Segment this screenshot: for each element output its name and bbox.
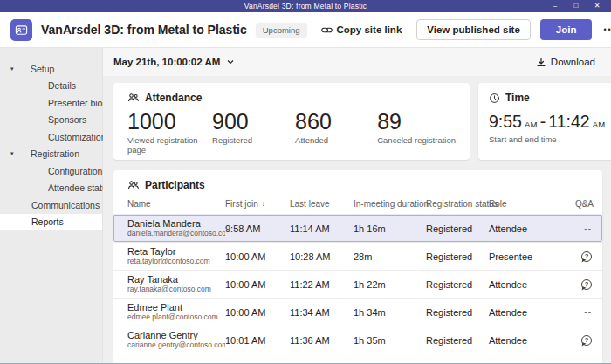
attendance-stat-viewed-registration-page: 1000Viewed registration page <box>127 111 212 155</box>
participant-name: Ray Tanaka <box>127 274 225 285</box>
attendance-stats: 1000Viewed registration page900Registere… <box>127 111 456 155</box>
join-button[interactable]: Join <box>540 19 593 40</box>
sidebar-item-customization[interactable]: Customization <box>0 128 102 146</box>
window-controls: – □ ✕ <box>545 0 608 12</box>
participant-name-cell: Reta Taylorreta.taylor@contoso.com <box>127 246 225 265</box>
stat-label: Registered <box>212 135 295 146</box>
column-header-role[interactable]: Role <box>489 199 554 209</box>
sidebar-group-registration[interactable]: ▾Registration <box>0 146 102 163</box>
participants-title: Participants <box>145 179 205 191</box>
duration-cell: 28m <box>354 251 426 262</box>
table-row-ray-tanaka[interactable]: Ray Tanakaray.tanaka@contoso.com10:00 AM… <box>113 270 602 298</box>
role-cell: Presentee <box>489 251 554 262</box>
participants-icon <box>127 179 140 191</box>
column-header-first-join[interactable]: First join↓ <box>225 199 290 209</box>
sidebar-item-communications[interactable]: Communications <box>0 196 102 214</box>
download-button[interactable]: Download <box>531 56 601 68</box>
qa-chat-bubble-icon[interactable]: ? <box>581 335 592 346</box>
duration-cell: 1h 22m <box>354 279 426 290</box>
download-icon <box>536 57 546 67</box>
sort-descending-icon: ↓ <box>262 199 266 208</box>
qa-cell: ? <box>554 335 594 346</box>
sidebar-group-label: Setup <box>31 64 54 74</box>
qa-cell: -- <box>554 307 594 317</box>
more-options-icon[interactable]: ••• <box>601 25 611 34</box>
column-header-label: Q&A <box>575 199 594 209</box>
column-header-label: Last leave <box>290 199 330 209</box>
participant-email: reta.taylor@contoso.com <box>127 258 225 265</box>
sidebar-item-configuration[interactable]: Configuration <box>0 162 102 180</box>
stat-label: Attended <box>295 135 377 146</box>
participant-email: ray.tanaka@contoso.com <box>127 285 225 293</box>
qa-empty-dash: -- <box>584 307 592 317</box>
participant-email: daniela.mandera@contoso.com <box>127 230 225 237</box>
first-join-cell: 9:58 AM <box>225 223 290 234</box>
registration-status-cell: Registered <box>426 223 489 234</box>
qa-chat-bubble-icon[interactable]: ? <box>581 279 592 290</box>
table-header-row: NameFirst join↓Last leaveIn-meeting dura… <box>113 193 602 214</box>
session-date-dropdown[interactable]: May 21th, 10:00:02 AM <box>113 57 235 67</box>
sidebar-item-presenter-bios[interactable]: Presenter bios <box>0 94 102 112</box>
last-leave-cell: 11:36 AM <box>290 335 354 346</box>
view-published-site-button[interactable]: View published site <box>416 19 531 40</box>
body: ▾SetupDetailsPresenter biosSponsorsCusto… <box>0 48 611 364</box>
column-header-label: In-meeting duration <box>354 199 429 209</box>
column-header-in-meeting-duration[interactable]: In-meeting duration <box>354 199 426 209</box>
attendance-stat-canceled-registration: 89Canceled registration <box>377 111 456 155</box>
sidebar-item-reports[interactable]: Reports <box>0 214 102 231</box>
stat-label: Viewed registration page <box>127 135 199 156</box>
last-leave-cell: 10:28 AM <box>290 251 354 262</box>
attendance-title: Attendance <box>145 92 202 104</box>
table-row-carianne-gentry[interactable]: Carianne Gentrycarianne.gentry@contoso.c… <box>113 326 602 354</box>
column-header-q-a[interactable]: Q&A <box>554 199 594 209</box>
table-row-daniela-mandera[interactable]: Daniela Manderadaniela.mandera@contoso.c… <box>113 214 602 242</box>
last-leave-cell: 11:34 AM <box>290 307 354 318</box>
table-row-hanno-simon[interactable]: Hanno Simon10:02 AM11:34 AM1h 32mRegiste… <box>113 354 602 364</box>
sidebar-item-details[interactable]: Details <box>0 78 102 95</box>
column-header-last-leave[interactable]: Last leave <box>290 199 354 209</box>
chevron-down-icon: ▾ <box>10 150 19 157</box>
column-header-label: Registration status <box>426 199 498 209</box>
attendance-card: Attendance 1000Viewed registration page9… <box>113 83 470 160</box>
report-toolbar: May 21th, 10:00:02 AM Download <box>103 48 611 76</box>
attendance-stat-attended: 860Attended <box>295 111 377 155</box>
participants-card-header: Participants <box>113 179 602 191</box>
participants-card: Participants NameFirst join↓Last leaveIn… <box>113 170 602 364</box>
close-icon[interactable]: ✕ <box>587 0 608 12</box>
chevron-down-icon: ▾ <box>10 65 19 72</box>
sidebar-group-setup[interactable]: ▾Setup <box>0 60 102 78</box>
chevron-down-icon <box>226 58 235 66</box>
time-subtitle: Start and end time <box>489 134 606 144</box>
last-leave-cell: 11:14 AM <box>290 223 354 234</box>
column-header-name[interactable]: Name <box>127 199 225 209</box>
column-header-label: Name <box>127 199 151 209</box>
minimize-icon[interactable]: – <box>545 0 566 12</box>
main-panel: May 21th, 10:00:02 AM Download <box>103 48 611 364</box>
column-header-registration-status[interactable]: Registration status <box>426 199 489 209</box>
stat-value: 860 <box>295 111 377 134</box>
sidebar-item-sponsors[interactable]: Sponsors <box>0 112 102 129</box>
time-separator: - <box>540 112 546 132</box>
stat-value: 900 <box>212 111 295 134</box>
start-meridiem: AM <box>525 120 538 129</box>
attendance-card-header: Attendance <box>127 92 456 104</box>
maximize-icon[interactable]: □ <box>566 0 587 12</box>
header-actions: Copy site link View published site Join … <box>316 19 611 40</box>
time-card: Time 9:55 AM - 11:42 AM Start and end ti… <box>478 83 611 160</box>
duration-cell: 1h 16m <box>354 223 426 234</box>
session-date-label: May 21th, 10:00:02 AM <box>113 57 220 67</box>
start-time: 9:55 <box>489 112 522 132</box>
clock-icon <box>489 93 500 104</box>
first-join-cell: 10:00 AM <box>225 279 290 290</box>
participant-name: Carianne Gentry <box>127 330 225 340</box>
participant-email: edmee.plant@contoso.com <box>127 313 225 321</box>
participant-name: Edmee Plant <box>127 302 225 312</box>
table-row-edmee-plant[interactable]: Edmee Plantedmee.plant@contoso.com10:00 … <box>113 298 602 326</box>
table-row-reta-taylor[interactable]: Reta Taylorreta.taylor@contoso.com10:00 … <box>113 242 602 270</box>
qa-chat-bubble-icon[interactable]: ? <box>581 251 592 262</box>
sidebar-item-attendee-status[interactable]: Attendee status <box>0 180 102 197</box>
copy-site-link-button[interactable]: Copy site link <box>316 24 408 37</box>
people-group-icon <box>127 92 140 104</box>
qa-cell: ? <box>554 251 594 262</box>
sidebar-group-label: Registration <box>31 148 79 159</box>
